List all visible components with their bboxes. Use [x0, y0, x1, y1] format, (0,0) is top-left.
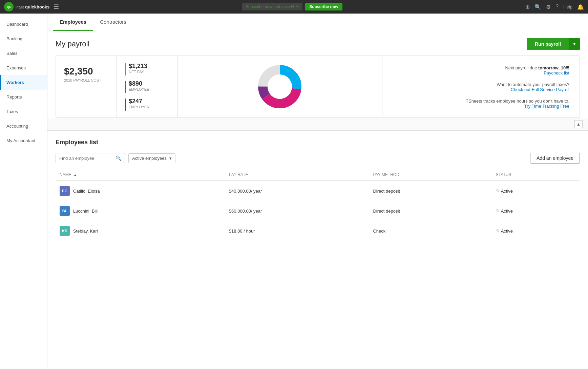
- breakdown-item-net-pay: $1,213 NET PAY: [125, 63, 169, 75]
- next-payroll-line: Next payroll due tomorrow, 10/5 Paycheck…: [393, 65, 570, 75]
- next-payroll-date: tomorrow, 10/5: [538, 65, 569, 70]
- table-header: NAME ▲ PAY RATE PAY METHOD STATUS: [56, 169, 580, 181]
- controls-left: 🔍 Active employees ▾: [56, 153, 175, 163]
- breakdown-bar: [125, 81, 126, 93]
- topbar-left: qb intuit quickbooks ☰: [4, 2, 59, 12]
- subscribe-text: Subscribe now and save 50%: [246, 4, 299, 9]
- avatar: BL: [60, 206, 70, 216]
- employee-pay-method: Check: [369, 221, 491, 241]
- employee-name: Lucchini, Bill: [73, 209, 98, 214]
- run-payroll-button[interactable]: Run payroll: [527, 38, 569, 50]
- sidebar-item-my-accountant[interactable]: My Accountant: [0, 133, 47, 148]
- employee-pay-method: Direct deposit: [369, 201, 491, 221]
- edit-icon[interactable]: ✎: [496, 188, 500, 194]
- app-logo: qb intuit quickbooks: [4, 2, 49, 12]
- sidebar-item-dashboard[interactable]: Dashboard: [0, 17, 47, 31]
- sidebar: DashboardBankingSalesExpensesWorkersRepo…: [0, 14, 47, 369]
- col-pay-method: PAY METHOD: [369, 169, 491, 181]
- help-icon[interactable]: ?: [555, 4, 559, 10]
- status-badge: Active: [501, 209, 513, 214]
- svg-point-6: [268, 74, 292, 99]
- automate-text: Want to automate your payroll taxes?: [497, 82, 569, 87]
- topbar-center: Subscribe now and save 50% Subscribe now: [242, 3, 342, 10]
- collapse-button[interactable]: ▲: [574, 120, 583, 128]
- col-status: STATUS: [492, 169, 580, 181]
- breakdown-bar: [125, 63, 126, 75]
- payroll-card: $2,350 2018 PAYROLL COST $1,213 NET PAY …: [56, 56, 580, 118]
- sidebar-item-sales[interactable]: Sales: [0, 46, 47, 61]
- tsheets-line: TSheets tracks employee hours so you don…: [393, 98, 570, 109]
- run-payroll-dropdown[interactable]: ▼: [569, 38, 580, 50]
- payroll-cost-label: 2018 PAYROLL COST: [64, 78, 108, 82]
- time-tracking-link[interactable]: Try Time Tracking Free: [393, 104, 570, 109]
- sidebar-item-reports[interactable]: Reports: [0, 90, 47, 104]
- search-icon[interactable]: 🔍: [534, 4, 541, 10]
- sort-icon: ▲: [74, 173, 77, 177]
- next-payroll-text: Next payroll due tomorrow, 10/5: [505, 65, 569, 70]
- filter-label: Active employees: [132, 156, 167, 161]
- employees-section: Employees list 🔍 Active employees ▾ Add …: [47, 131, 588, 249]
- tab-contractors[interactable]: Contractors: [93, 14, 133, 31]
- sidebar-item-taxes[interactable]: Taxes: [0, 104, 47, 119]
- col-name[interactable]: NAME ▲: [56, 169, 225, 181]
- employee-pay-rate: $40,000.00/ year: [225, 181, 369, 201]
- table-row[interactable]: BL Lucchini, Bill $60,000.00/ year Direc…: [56, 201, 580, 221]
- employee-name-cell: EC Catillo, Eloisa: [56, 181, 225, 201]
- breakdown-item-employer: $247 EMPLOYER: [125, 98, 169, 111]
- edit-icon[interactable]: ✎: [496, 228, 500, 234]
- subscribe-banner: Subscribe now and save 50%: [242, 3, 302, 10]
- employee-status: ✎ Active: [492, 221, 580, 241]
- settings-icon[interactable]: ⚙: [546, 4, 551, 10]
- payroll-header: My payroll Run payroll ▼: [56, 38, 580, 50]
- search-input[interactable]: [59, 156, 113, 161]
- payroll-breakdown: $1,213 NET PAY $890 EMPLOYEE $247 EMPLOY…: [117, 56, 178, 117]
- topbar-right: ⊕ 🔍 ⚙ ? Help 🔔: [525, 4, 584, 10]
- employee-name: Steblay, Kari: [73, 229, 98, 234]
- logo-text: intuit quickbooks: [16, 4, 49, 9]
- subscribe-now-button[interactable]: Subscribe now: [305, 3, 342, 10]
- notifications-icon[interactable]: 🔔: [577, 4, 584, 10]
- search-box: 🔍: [56, 153, 125, 163]
- breakdown-label: EMPLOYEE: [129, 87, 149, 91]
- status-badge: Active: [501, 189, 513, 194]
- svg-text:qb: qb: [7, 5, 11, 9]
- employee-pay-method: Direct deposit: [369, 181, 491, 201]
- hamburger-icon[interactable]: ☰: [54, 3, 59, 10]
- logo-icon: qb: [4, 2, 14, 12]
- tsheets-text: TSheets tracks employee hours so you don…: [466, 99, 569, 104]
- employees-tbody: EC Catillo, Eloisa $40,000.00/ year Dire…: [56, 181, 580, 241]
- tab-employees[interactable]: Employees: [53, 14, 93, 31]
- chevron-down-icon: ▾: [169, 156, 172, 161]
- sidebar-item-banking[interactable]: Banking: [0, 31, 47, 46]
- breakdown-amount: $247: [129, 98, 149, 105]
- sidebar-item-accounting[interactable]: Accounting: [0, 119, 47, 133]
- paycheck-list-link[interactable]: Paycheck list: [393, 70, 570, 75]
- sidebar-item-workers[interactable]: Workers: [0, 75, 47, 90]
- breakdown-label: NET PAY: [129, 70, 147, 74]
- payroll-cost: $2,350 2018 PAYROLL COST: [56, 56, 117, 117]
- status-badge: Active: [501, 229, 513, 234]
- status-filter-dropdown[interactable]: Active employees ▾: [128, 153, 175, 163]
- employee-name: Catillo, Eloisa: [73, 189, 100, 194]
- add-icon[interactable]: ⊕: [525, 4, 530, 10]
- payroll-section: My payroll Run payroll ▼ $2,350 2018 PAY…: [47, 31, 588, 118]
- table-row[interactable]: KS Steblay, Kari $18.00 / hour Check ✎ A…: [56, 221, 580, 241]
- collapse-row: ▲: [47, 118, 588, 131]
- breakdown-amount: $1,213: [129, 63, 147, 70]
- breakdown-item-employee: $890 EMPLOYEE: [125, 80, 169, 93]
- avatar: EC: [60, 186, 70, 196]
- payroll-cost-amount: $2,350: [64, 66, 108, 77]
- sidebar-item-expenses[interactable]: Expenses: [0, 61, 47, 75]
- edit-icon[interactable]: ✎: [496, 208, 500, 214]
- donut-chart: [258, 65, 302, 109]
- main-content: EmployeesContractors My payroll Run payr…: [47, 14, 588, 369]
- avatar: KS: [60, 226, 70, 236]
- run-payroll-wrapper: Run payroll ▼: [527, 38, 580, 50]
- full-service-link[interactable]: Check out Full Service Payroll: [393, 87, 570, 92]
- payroll-info: Next payroll due tomorrow, 10/5 Paycheck…: [382, 56, 580, 117]
- table-row[interactable]: EC Catillo, Eloisa $40,000.00/ year Dire…: [56, 181, 580, 201]
- employees-controls: 🔍 Active employees ▾ Add an employee: [56, 153, 580, 164]
- employee-status: ✎ Active: [492, 181, 580, 201]
- add-employee-button[interactable]: Add an employee: [530, 153, 580, 164]
- employee-name-cell: KS Steblay, Kari: [56, 221, 225, 241]
